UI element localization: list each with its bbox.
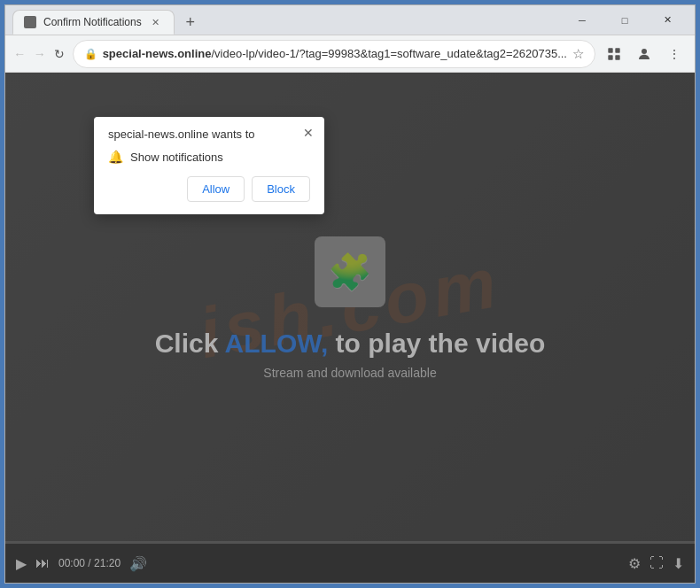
nav-bar: ← → ↻ 🔒 special-news.online/video-lp/vid…: [5, 35, 695, 73]
profile-button[interactable]: [631, 41, 657, 67]
back-button[interactable]: ←: [12, 41, 27, 67]
minimize-button[interactable]: ─: [562, 5, 603, 35]
nav-icons: ⋮: [601, 41, 688, 67]
new-tab-button[interactable]: +: [178, 10, 203, 35]
extensions-button[interactable]: [601, 41, 627, 67]
tab-favicon: [24, 16, 36, 28]
content-area: ish.com 🧩 Click ALLOW, to play the video…: [5, 73, 695, 583]
forward-button[interactable]: →: [33, 41, 48, 67]
address-bar[interactable]: 🔒 special-news.online/video-lp/video-1/?…: [73, 40, 595, 68]
svg-rect-0: [608, 48, 612, 52]
popup-close-button[interactable]: ✕: [299, 124, 317, 142]
refresh-button[interactable]: ↻: [52, 41, 67, 67]
menu-button[interactable]: ⋮: [661, 41, 688, 67]
close-button[interactable]: ✕: [647, 5, 688, 35]
active-tab[interactable]: Confirm Notifications ✕: [12, 10, 175, 35]
popup-buttons: Allow Block: [108, 176, 310, 202]
tab-close-button[interactable]: ✕: [149, 15, 163, 29]
tab-area: Confirm Notifications ✕ +: [12, 5, 562, 35]
block-button[interactable]: Block: [252, 176, 310, 202]
svg-rect-3: [615, 55, 619, 59]
browser-window: Confirm Notifications ✕ + ─ □ ✕ ← → ↻ 🔒 …: [4, 4, 696, 584]
title-bar: Confirm Notifications ✕ + ─ □ ✕: [5, 5, 695, 35]
bell-icon: 🔔: [108, 150, 123, 164]
notification-text: Show notifications: [130, 151, 223, 164]
notification-popup: ✕ special-news.online wants to 🔔 Show no…: [94, 117, 324, 214]
tab-title: Confirm Notifications: [43, 16, 142, 28]
svg-rect-1: [615, 48, 619, 52]
popup-title: special-news.online wants to: [108, 128, 310, 141]
notification-row: 🔔 Show notifications: [108, 150, 310, 164]
allow-button[interactable]: Allow: [187, 176, 245, 202]
window-controls: ─ □ ✕: [562, 5, 688, 35]
address-text: special-news.online/video-lp/video-1/?ta…: [103, 47, 567, 60]
url-domain: special-news.online: [103, 47, 212, 60]
lock-icon: 🔒: [84, 48, 97, 60]
url-path: /video-lp/video-1/?tag=99983&tag1=softwa…: [211, 47, 567, 60]
svg-point-4: [642, 49, 647, 54]
bookmark-icon[interactable]: ☆: [572, 46, 584, 62]
maximize-button[interactable]: □: [604, 5, 645, 35]
svg-rect-2: [608, 55, 612, 59]
